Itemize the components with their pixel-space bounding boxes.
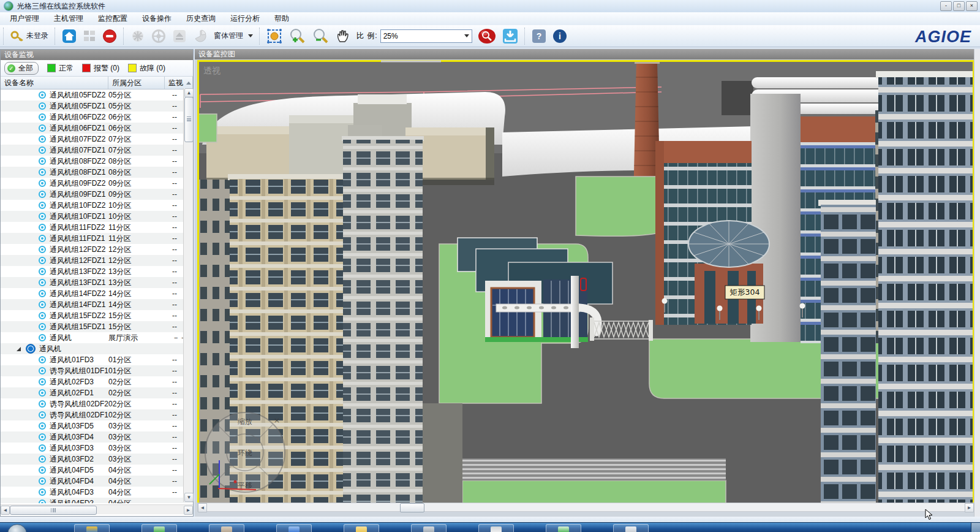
title-bar[interactable]: 光格三维在线监控系统软件 - □ × [0, 0, 980, 13]
pan-button[interactable] [332, 26, 354, 46]
device-row[interactable]: 通风机组13FDZ113分区-- [1, 277, 193, 288]
window-manage-dropdown[interactable]: 窗体管理 [211, 29, 256, 43]
device-row[interactable]: 通风机04FD204分区-- [1, 498, 193, 503]
device-row[interactable]: 通风机组05FDZ105分区-- [1, 101, 193, 112]
scrollbar-thumb[interactable] [10, 506, 97, 515]
device-row[interactable]: 通风机03FD303分区-- [1, 443, 193, 454]
filter-alarm-button[interactable]: 报警 (0) [82, 63, 119, 74]
device-row[interactable]: 通风机组13FDZ213分区-- [1, 266, 193, 277]
navigation-wheel[interactable]: 缩放 环绕 平移 × [205, 412, 285, 492]
device-list-horizontal-scrollbar[interactable]: ◄ ► [1, 504, 193, 514]
device-row[interactable]: 通风机组07FDZ207分区-- [1, 134, 193, 145]
zoom-in-button[interactable] [285, 26, 309, 47]
scroll-right-arrow[interactable]: ► [965, 503, 974, 512]
device-row[interactable]: 通风机01FD301分区-- [1, 354, 193, 365]
tree-expander-icon[interactable] [17, 347, 21, 351]
map-horizontal-scrollbar[interactable]: ◄ ► [197, 503, 974, 512]
maximize-button[interactable]: □ [953, 1, 965, 11]
start-button[interactable] [7, 524, 27, 532]
filter-all-button[interactable]: ✓ 全部 [4, 62, 39, 75]
info-button[interactable]: i [549, 27, 570, 45]
device-row[interactable]: 诱导风机组01DF101分区-- [1, 365, 193, 376]
taskbar-button-internet-explorer[interactable] [74, 524, 110, 532]
menu-item[interactable]: 帮助 [267, 12, 296, 25]
scroll-left-arrow[interactable]: ◄ [198, 503, 207, 512]
menu-item[interactable]: 历史查询 [179, 12, 223, 25]
map-vertical-scrollbar[interactable] [974, 49, 980, 517]
home-button[interactable] [59, 27, 80, 45]
scroll-down-arrow[interactable]: ▼ [184, 493, 194, 502]
device-row[interactable]: 通风机组12FDZ212分区-- [1, 244, 193, 255]
device-row[interactable]: 通风机组11FDZ111分区-- [1, 233, 193, 244]
device-row[interactable]: 通风机02FD102分区-- [1, 387, 193, 398]
device-row[interactable]: 通风机组05FDZ205分区-- [1, 89, 193, 101]
device-row[interactable]: 诱导风机组02DF102分区-- [1, 409, 193, 420]
device-row[interactable]: 通风机02FD302分区-- [1, 376, 193, 387]
scale-combobox[interactable]: 25% [380, 29, 472, 43]
scroll-right-arrow[interactable]: ► [184, 506, 193, 515]
export-button[interactable] [499, 26, 521, 46]
device-row[interactable]: 通风机组08FDZ208分区-- [1, 156, 193, 167]
3d-viewport[interactable]: 矩形304 缩放 环绕 平移 × [197, 60, 974, 509]
device-row[interactable]: 通风机04FD404分区-- [1, 476, 193, 487]
scroll-up-arrow[interactable]: ▲ [184, 88, 194, 97]
menu-item[interactable]: 设备操作 [135, 12, 179, 25]
zoom-out-button[interactable] [309, 26, 332, 47]
taskbar-button-app-tan[interactable] [209, 524, 244, 532]
device-row[interactable]: 通风机组06FDZ206分区-- [1, 112, 193, 123]
device-row[interactable]: 通风机04FD504分区-- [1, 465, 193, 476]
refresh-button[interactable] [127, 27, 148, 45]
taskbar-button-app-grid-green[interactable] [546, 524, 581, 532]
login-button[interactable]: 未登录 [7, 28, 51, 44]
taskbar-button-app-document[interactable] [478, 524, 514, 532]
stop-button[interactable] [99, 27, 120, 45]
device-row[interactable]: 通风机组10FDZ210分区-- [1, 200, 193, 211]
column-header-zone[interactable]: 所属分区 [108, 77, 165, 89]
close-button[interactable]: × [966, 1, 978, 11]
device-row[interactable]: 通风机04FD304分区-- [1, 487, 193, 498]
eject-button[interactable] [169, 27, 190, 45]
scrollbar-thumb[interactable] [400, 503, 424, 512]
taskbar-button-app-window[interactable] [411, 524, 447, 532]
device-row[interactable]: 通风机组10FDZ110分区-- [1, 211, 193, 222]
filter-fault-button[interactable]: 故障 (0) [128, 63, 165, 74]
device-list-vertical-scrollbar[interactable]: ▲ ▼ [183, 88, 193, 502]
device-row[interactable]: 通风机组07FDZ107分区-- [1, 145, 193, 156]
3d-scene[interactable]: 矩形304 缩放 环绕 平移 × [197, 60, 974, 509]
device-row[interactable]: 通风机组06FDZ106分区-- [1, 123, 193, 134]
select-region-button[interactable] [263, 26, 285, 46]
zoom-reset-button[interactable] [475, 26, 499, 47]
device-group-row[interactable]: 通风机 [1, 343, 193, 354]
menu-item[interactable]: 主机管理 [47, 12, 91, 25]
device-row[interactable]: 通风机组14FDZ214分区-- [1, 288, 193, 299]
device-row[interactable]: 通风机组15FDZ115分区-- [1, 321, 193, 332]
device-row[interactable]: 通风机组09FDZ209分区-- [1, 178, 193, 189]
device-row[interactable]: 通风机03FD203分区-- [1, 454, 193, 465]
device-row[interactable]: 通风机组14FDZ114分区-- [1, 299, 193, 310]
show-desktop-button[interactable] [971, 523, 980, 532]
device-row[interactable]: 诱导风机组02DF202分区-- [1, 398, 193, 409]
column-header-name[interactable]: 设备名称 [1, 77, 108, 89]
device-row[interactable]: 通风机展厅演示－－ [1, 332, 193, 343]
scroll-left-arrow[interactable]: ◄ [1, 506, 10, 515]
menu-item[interactable]: 监控配置 [91, 12, 135, 25]
wheel-button[interactable] [148, 27, 169, 45]
menu-item[interactable]: 用户管理 [2, 12, 47, 25]
pie-button[interactable] [190, 27, 211, 45]
device-row[interactable]: 通风机组09FDZ109分区-- [1, 189, 193, 200]
help-button[interactable]: ? [529, 27, 549, 45]
menu-item[interactable]: 运行分析 [223, 12, 267, 25]
taskbar-button-app-blue-dart[interactable] [276, 524, 312, 532]
monitor-config-button[interactable] [80, 28, 99, 45]
filter-normal-button[interactable]: 正常 [47, 63, 74, 74]
device-row[interactable]: 通风机组11FDZ211分区-- [1, 222, 193, 233]
device-row[interactable]: 通风机组08FDZ108分区-- [1, 167, 193, 178]
taskbar-button-app-green[interactable] [141, 524, 177, 532]
device-row[interactable]: 通风机03FD403分区-- [1, 431, 193, 443]
taskbar-button-app-gray[interactable] [613, 524, 649, 532]
device-row[interactable]: 通风机03FD503分区-- [1, 420, 193, 431]
column-header-monitor[interactable]: 监视 [165, 77, 193, 89]
device-row[interactable]: 通风机组15FDZ215分区-- [1, 310, 193, 321]
scrollbar-thumb[interactable] [184, 97, 194, 142]
taskbar-button-folder[interactable] [344, 524, 379, 532]
